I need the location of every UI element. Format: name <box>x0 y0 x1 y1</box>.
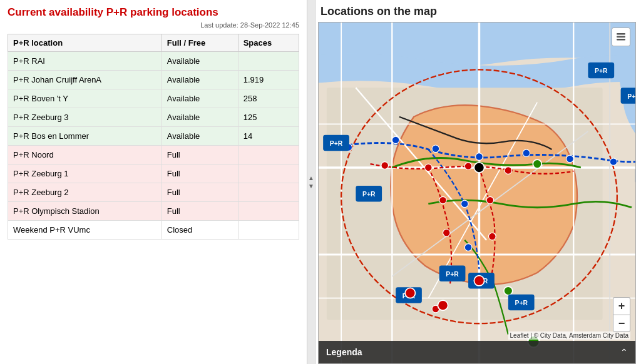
table-row: P+R Johan Cruijff ArenAAvailable1.919 <box>8 71 299 89</box>
cell-status: Full <box>162 146 238 164</box>
cell-location: P+R Zeeburg 2 <box>8 183 162 202</box>
legenda-bar[interactable]: Legenda ⌃ <box>319 341 635 363</box>
cell-spaces: 14 <box>238 127 299 146</box>
layers-icon <box>615 31 627 43</box>
table-row: P+R RAIAvailable <box>8 52 299 71</box>
svg-point-36 <box>533 159 541 168</box>
table-row: P+R Zeeburg 3Available125 <box>8 108 299 127</box>
table-row: Weekend P+R VUmcClosed <box>8 221 299 240</box>
table-body: P+R RAIAvailableP+R Johan Cruijff ArenAA… <box>8 52 299 240</box>
col-header-location: P+R location <box>8 34 162 52</box>
map-container[interactable]: P+R P+R P+R P+R P+R P+R <box>318 22 636 364</box>
cell-status: Closed <box>162 221 238 240</box>
cell-spaces: 1.919 <box>238 71 299 89</box>
zoom-in-button[interactable]: + <box>613 297 630 315</box>
svg-point-22 <box>486 196 494 204</box>
map-attribution: Leaflet | © City Data, Amsterdam City Da… <box>508 331 630 340</box>
cell-spaces: 258 <box>238 89 299 108</box>
page-title: Current availability P+R parking locatio… <box>8 6 299 19</box>
svg-point-17 <box>464 163 472 170</box>
cell-location: P+R Noord <box>8 146 162 164</box>
svg-point-39 <box>474 163 484 173</box>
map-layers-button[interactable] <box>612 28 630 46</box>
cell-location: P+R Bos en Lommer <box>8 127 162 146</box>
svg-point-37 <box>504 286 513 295</box>
table-row: P+R Bos en LommerAvailable14 <box>8 127 299 146</box>
col-header-spaces: Spaces <box>238 34 299 52</box>
cell-status: Available <box>162 71 238 89</box>
table-header-row: P+R location Full / Free Spaces <box>8 34 299 52</box>
scroll-down-arrow[interactable]: ▼ <box>308 183 314 190</box>
cell-status: Available <box>162 127 238 146</box>
attribution-text: Leaflet | © City Data, Amsterdam City Da… <box>510 332 628 339</box>
cell-status: Full <box>162 164 238 183</box>
zoom-out-button[interactable]: − <box>613 315 630 332</box>
parking-table: P+R location Full / Free Spaces P+R RAIA… <box>8 34 299 240</box>
svg-point-28 <box>432 145 439 153</box>
cell-location: P+R Zeeburg 1 <box>8 164 162 183</box>
right-panel: Locations on the map <box>315 0 641 364</box>
svg-text:P+R: P+R <box>446 271 459 278</box>
svg-point-32 <box>610 158 617 166</box>
cell-location: P+R RAI <box>8 52 162 71</box>
svg-rect-65 <box>617 39 625 41</box>
svg-text:P+R: P+R <box>330 140 343 147</box>
table-row: P+R Zeeburg 1Full <box>8 164 299 183</box>
col-header-status: Full / Free <box>162 34 238 52</box>
cell-spaces <box>238 221 299 240</box>
cell-location: P+R Boven 't Y <box>8 89 162 108</box>
cell-status: Available <box>162 108 238 127</box>
table-row: P+R Olympisch StadionFull <box>8 202 299 221</box>
last-update: Last update: 28-Sep-2022 12:45 <box>8 21 299 29</box>
svg-text:P+R: P+R <box>627 93 635 100</box>
svg-text:P+R: P+R <box>595 68 608 74</box>
svg-point-30 <box>523 149 530 157</box>
legenda-chevron-icon[interactable]: ⌃ <box>620 347 628 357</box>
svg-point-31 <box>567 155 574 163</box>
cell-spaces <box>238 183 299 202</box>
cell-status: Full <box>162 183 238 202</box>
svg-point-34 <box>464 244 472 251</box>
svg-point-27 <box>392 136 399 144</box>
svg-text:P+R: P+R <box>362 191 376 198</box>
svg-point-60 <box>405 288 415 298</box>
svg-point-15 <box>381 162 389 169</box>
table-row: P+R Boven 't YAvailable258 <box>8 89 299 108</box>
cell-location: Weekend P+R VUmc <box>8 221 162 240</box>
svg-text:P+R: P+R <box>515 300 528 306</box>
cell-spaces <box>238 146 299 164</box>
cell-spaces <box>238 202 299 221</box>
cell-spaces <box>238 52 299 71</box>
svg-point-18 <box>505 167 512 174</box>
svg-point-33 <box>461 200 468 208</box>
svg-point-23 <box>489 233 496 240</box>
svg-point-16 <box>425 164 433 171</box>
legenda-label: Legenda <box>326 347 362 357</box>
svg-point-62 <box>474 276 484 286</box>
cell-spaces <box>238 164 299 183</box>
left-panel: Current availability P+R parking locatio… <box>0 0 307 364</box>
scroll-divider[interactable]: ▲ ▼ <box>307 0 315 364</box>
cell-status: Available <box>162 89 238 108</box>
cell-status: Available <box>162 52 238 71</box>
cell-spaces: 125 <box>238 108 299 127</box>
svg-rect-64 <box>617 36 625 38</box>
svg-point-29 <box>476 153 483 161</box>
cell-location: P+R Johan Cruijff ArenA <box>8 71 162 89</box>
svg-point-61 <box>438 300 448 310</box>
cell-status: Full <box>162 202 238 221</box>
svg-point-20 <box>443 229 451 236</box>
map-title: Locations on the map <box>318 5 636 18</box>
map-svg: P+R P+R P+R P+R P+R P+R <box>319 23 635 363</box>
table-row: P+R Zeeburg 2Full <box>8 183 299 202</box>
svg-rect-63 <box>617 33 625 35</box>
scroll-up-arrow[interactable]: ▲ <box>308 174 314 181</box>
table-row: P+R NoordFull <box>8 146 299 164</box>
svg-point-19 <box>439 196 447 204</box>
cell-location: P+R Olympisch Stadion <box>8 202 162 221</box>
zoom-controls: + − <box>613 297 630 332</box>
cell-location: P+R Zeeburg 3 <box>8 108 162 127</box>
